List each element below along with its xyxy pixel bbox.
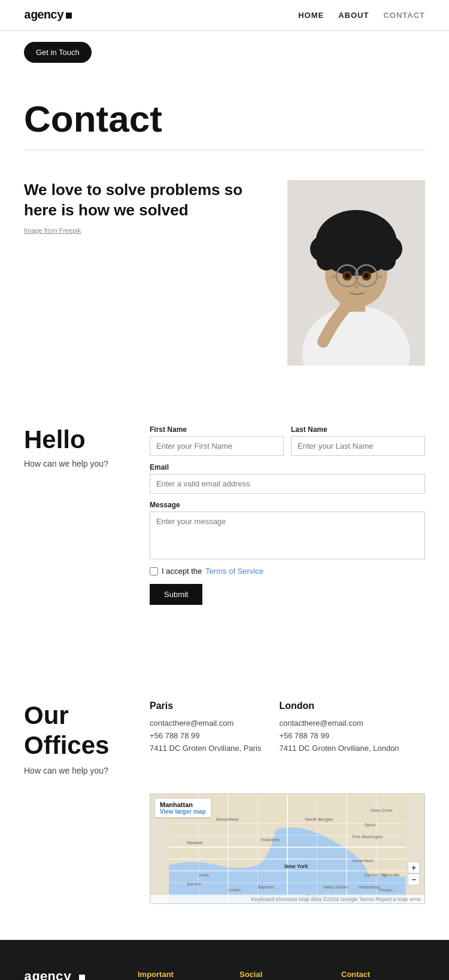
- form-right: First Name Last Name Email Message I acc…: [150, 425, 425, 605]
- map-view-larger[interactable]: View larger map: [160, 808, 206, 815]
- first-name-label: First Name: [150, 425, 284, 434]
- first-name-group: First Name: [150, 425, 284, 456]
- footer-important-col: Important Journal Career Mission & Visio…: [138, 970, 222, 980]
- message-input[interactable]: [150, 512, 425, 559]
- svg-text:Great Neck: Great Neck: [353, 859, 374, 863]
- svg-text:Linden: Linden: [228, 888, 241, 892]
- contact-form-section: Hello How can we help you? First Name La…: [0, 389, 449, 653]
- svg-text:Valley Stream: Valley Stream: [323, 885, 348, 890]
- logo: agency: [24, 8, 72, 22]
- london-address: 7411 DC Groten Orviliane, London: [279, 742, 399, 755]
- paris-office: Paris contacthere@email.com +56 788 78 9…: [150, 701, 261, 775]
- message-group: Message: [150, 501, 425, 559]
- svg-text:Port Washington: Port Washington: [353, 835, 383, 839]
- svg-text:Glen Cove: Glen Cove: [370, 807, 393, 812]
- svg-text:New York: New York: [284, 863, 308, 869]
- paris-city: Paris: [150, 701, 261, 711]
- map-controls: + −: [408, 862, 420, 885]
- footer-top: agency Important Journal Career Mission …: [24, 970, 425, 980]
- nav-contact[interactable]: CONTACT: [383, 11, 425, 20]
- footer-social-heading: Social: [239, 970, 323, 979]
- map-footer: Keyboard shortcuts Map data ©2024 Google…: [150, 895, 424, 903]
- last-name-label: Last Name: [291, 425, 425, 434]
- offices-top: Our Offices How can we help you? Paris c…: [24, 701, 425, 775]
- london-office: London contacthere@email.com +56 788 78 …: [279, 701, 399, 775]
- svg-text:Hicksville: Hicksville: [382, 873, 399, 877]
- svg-point-22: [345, 273, 350, 278]
- offices-section: Our Offices How can we help you? Paris c…: [0, 653, 449, 940]
- svg-text:North Bergen: North Bergen: [305, 816, 333, 821]
- footer-contact-col: Contact contacthere@email.com +11 234 44…: [341, 970, 425, 980]
- footer-logo-text: agency: [24, 970, 71, 980]
- nav-links: HOME ABOUT CONTACT: [298, 11, 425, 20]
- offices-subtext: How can we help you?: [24, 766, 132, 775]
- paris-phone: +56 788 78 99: [150, 730, 261, 742]
- last-name-group: Last Name: [291, 425, 425, 456]
- svg-text:Hoboken: Hoboken: [260, 837, 280, 842]
- paris-email: contacthere@email.com: [150, 717, 261, 730]
- terms-row: I accept the Terms of Service: [150, 567, 425, 576]
- form-left: Hello How can we help you?: [24, 425, 132, 468]
- svg-text:Summit: Summit: [187, 882, 201, 886]
- svg-text:Freepo...: Freepo...: [379, 888, 396, 893]
- london-phone: +56 788 78 99: [279, 730, 399, 742]
- get-in-touch-button[interactable]: Get in Touch: [24, 42, 92, 63]
- freepik-link[interactable]: Freepik: [59, 227, 81, 234]
- svg-text:Union: Union: [199, 873, 210, 877]
- offices-heading: Our Offices: [24, 701, 132, 761]
- footer-social-col: Social Facebook Twitter Instagram Linked…: [239, 970, 323, 980]
- svg-text:Newark: Newark: [187, 840, 203, 845]
- london-city: London: [279, 701, 399, 711]
- svg-point-24: [354, 281, 360, 289]
- footer-contact-heading: Contact: [341, 970, 425, 979]
- checkbox-text: I accept the: [162, 567, 202, 576]
- person-illustration: [287, 180, 425, 366]
- offices-left: Our Offices How can we help you?: [24, 701, 132, 775]
- paris-address: 7411 DC Groten Orviliane, Paris: [150, 742, 261, 755]
- form-heading: Hello: [24, 425, 132, 454]
- hero-divider: [24, 150, 425, 150]
- email-input[interactable]: [150, 474, 425, 494]
- hero-section: Contact: [0, 74, 449, 180]
- first-name-input[interactable]: [150, 436, 284, 456]
- intro-section: We love to solve problems so here is how…: [0, 180, 449, 389]
- svg-point-14: [377, 251, 396, 270]
- intro-text: We love to solve problems so here is how…: [24, 180, 275, 234]
- nav-about[interactable]: ABOUT: [338, 11, 369, 20]
- navbar: agency HOME ABOUT CONTACT: [0, 0, 449, 31]
- svg-text:Hempstead: Hempstead: [359, 885, 380, 890]
- map-footer-text: Keyboard shortcuts Map data ©2024 Google…: [251, 896, 421, 902]
- svg-text:Bloomfield: Bloomfield: [216, 816, 238, 821]
- footer-logo-box-icon: [79, 975, 85, 980]
- map-container: Newark New York Bloomfield North Bergen …: [150, 793, 425, 904]
- svg-text:Syoss: Syoss: [365, 823, 376, 827]
- footer-important-heading: Important: [138, 970, 222, 979]
- map-zoom-out[interactable]: −: [408, 874, 420, 885]
- intro-image: [287, 180, 425, 366]
- svg-point-12: [347, 220, 365, 238]
- footer-logo: agency: [24, 970, 120, 980]
- terms-checkbox[interactable]: [150, 567, 158, 576]
- logo-box-icon: [66, 13, 72, 19]
- intro-heading: We love to solve problems so here is how…: [24, 180, 275, 221]
- cta-bar: Get in Touch: [0, 31, 449, 74]
- submit-button[interactable]: Submit: [150, 584, 202, 605]
- map-zoom-in[interactable]: +: [408, 862, 420, 874]
- last-name-input[interactable]: [291, 436, 425, 456]
- image-credit: Image from Freepik: [24, 227, 275, 234]
- page-title: Contact: [24, 98, 425, 140]
- form-subtext: How can we help you?: [24, 459, 132, 468]
- terms-link[interactable]: Terms of Service: [205, 567, 263, 576]
- footer: agency Important Journal Career Mission …: [0, 940, 449, 980]
- email-label: Email: [150, 463, 425, 471]
- map-label: Manhattan View larger map: [155, 799, 211, 817]
- message-label: Message: [150, 501, 425, 509]
- london-email: contacthere@email.com: [279, 717, 399, 730]
- nav-home[interactable]: HOME: [298, 11, 324, 20]
- svg-point-13: [317, 251, 336, 270]
- map-city-label: Manhattan: [160, 801, 206, 808]
- name-row: First Name Last Name: [150, 425, 425, 456]
- email-group: Email: [150, 463, 425, 494]
- offices-right: Paris contacthere@email.com +56 788 78 9…: [150, 701, 425, 775]
- svg-text:Bayonne: Bayonne: [258, 885, 274, 890]
